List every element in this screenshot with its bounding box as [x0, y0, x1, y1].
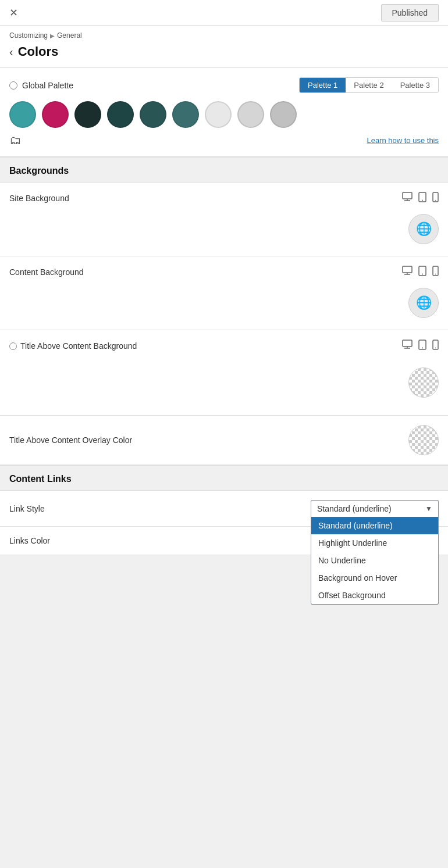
chevron-down-icon: ▼: [425, 505, 432, 513]
link-style-row: Link Style Standard (underline) ▼ Standa…: [0, 491, 448, 527]
palette-tab-2[interactable]: Palette 2: [346, 78, 392, 92]
back-button[interactable]: ‹: [9, 46, 13, 58]
breadcrumb-root: Customizing: [9, 31, 48, 40]
swatch-gray[interactable]: [270, 101, 297, 128]
swatch-dark3[interactable]: [140, 101, 166, 128]
svg-point-6: [435, 200, 436, 201]
mobile-icon-title[interactable]: [432, 340, 439, 352]
dropdown-header[interactable]: Standard (underline) ▼: [311, 500, 439, 517]
desktop-icon-title[interactable]: [402, 340, 413, 352]
global-palette-label: Global Palette: [9, 81, 73, 90]
svg-rect-0: [403, 192, 412, 199]
mobile-icon-content[interactable]: [432, 266, 439, 278]
swatch-magenta[interactable]: [42, 101, 69, 128]
close-icon[interactable]: ✕: [9, 6, 18, 19]
dropdown-selected-value: Standard (underline): [317, 504, 392, 513]
svg-rect-7: [403, 266, 412, 273]
dropdown-option-offsetbg[interactable]: Offset Background: [311, 587, 438, 604]
palette-tabs: Palette 1 Palette 2 Palette 3: [299, 77, 439, 93]
breadcrumb: Customizing ▶ General: [0, 31, 448, 42]
swatch-teal[interactable]: [9, 101, 36, 128]
title-above-bg-circle: [9, 342, 17, 350]
svg-rect-14: [403, 340, 412, 347]
links-color-label: Links Color: [9, 536, 50, 545]
content-background-picker: 🌐: [9, 285, 439, 320]
breadcrumb-section: General: [57, 31, 82, 40]
content-links-heading: Content Links: [0, 465, 448, 491]
breadcrumb-arrow: ▶: [50, 33, 55, 39]
globe-icon-site: 🌐: [416, 222, 432, 237]
svg-point-20: [435, 348, 436, 349]
header: Customizing ▶ General ‹ Colors: [0, 26, 448, 68]
svg-point-4: [422, 200, 423, 201]
palette-circle-icon: [9, 81, 17, 90]
content-background-color[interactable]: 🌐: [408, 288, 439, 318]
palette-tab-1[interactable]: Palette 1: [300, 78, 346, 92]
link-style-inner: Link Style Standard (underline) ▼ Standa…: [9, 500, 439, 517]
swatch-dark2[interactable]: [107, 101, 134, 128]
title-above-overlay-row: Title Above Content Overlay Color: [0, 416, 448, 465]
palette-tab-3[interactable]: Palette 3: [392, 78, 438, 92]
content-background-devices: [402, 266, 439, 278]
dropdown-option-bghover[interactable]: Background on Hover: [311, 569, 438, 587]
title-above-bg-devices: [402, 340, 439, 352]
swatch-darkteal[interactable]: [172, 101, 199, 128]
swatch-midgray[interactable]: [237, 101, 264, 128]
svg-point-13: [435, 274, 436, 275]
swatch-lightgray[interactable]: [205, 101, 232, 128]
header-inner: ‹ Colors: [0, 44, 448, 59]
dropdown-list: Standard (underline) Highlight Underline…: [311, 517, 439, 605]
published-button[interactable]: Published: [381, 4, 439, 22]
link-style-label: Link Style: [9, 504, 45, 513]
content-background-row: Content Background 🌐: [0, 256, 448, 330]
title-above-bg-picker: [9, 359, 439, 406]
site-background-color[interactable]: 🌐: [408, 214, 439, 244]
title-above-overlay-label: Title Above Content Overlay Color: [9, 435, 132, 445]
desktop-icon-content[interactable]: [402, 266, 413, 278]
site-background-label: Site Background: [9, 194, 69, 203]
site-background-row: Site Background 🌐: [0, 183, 448, 256]
backgrounds-heading: Backgrounds: [0, 157, 448, 183]
title-above-bg-row: Title Above Content Background: [0, 330, 448, 416]
palette-footer: 🗂 Learn how to use this: [9, 134, 439, 147]
svg-point-11: [422, 274, 423, 275]
dropdown-option-nounderline[interactable]: No Underline: [311, 552, 438, 569]
color-swatches: [9, 101, 439, 128]
swatch-dark1[interactable]: [74, 101, 101, 128]
top-bar: ✕ Published: [0, 0, 448, 26]
title-above-bg-color[interactable]: [408, 367, 439, 398]
globe-icon-content: 🌐: [416, 295, 432, 310]
link-style-dropdown[interactable]: Standard (underline) ▼ Standard (underli…: [311, 500, 439, 517]
global-palette-text: Global Palette: [22, 81, 73, 90]
content-background-header: Content Background: [9, 266, 439, 278]
title-above-overlay-color[interactable]: [408, 425, 439, 455]
tablet-icon-site[interactable]: [418, 192, 426, 205]
learn-link[interactable]: Learn how to use this: [367, 136, 439, 145]
mobile-icon-site[interactable]: [432, 192, 439, 205]
title-above-bg-label: Title Above Content Background: [9, 341, 137, 351]
site-background-devices: [402, 192, 439, 205]
dropdown-option-highlight[interactable]: Highlight Underline: [311, 534, 438, 552]
global-palette-section: Global Palette Palette 1 Palette 2 Palet…: [0, 68, 448, 157]
site-background-picker: 🌐: [9, 212, 439, 247]
svg-point-18: [422, 348, 423, 349]
folder-icon[interactable]: 🗂: [9, 134, 21, 147]
site-background-header: Site Background: [9, 192, 439, 205]
tablet-icon-content[interactable]: [418, 266, 426, 278]
title-above-bg-header: Title Above Content Background: [9, 340, 439, 352]
global-palette-row: Global Palette Palette 1 Palette 2 Palet…: [9, 77, 439, 93]
dropdown-option-standard[interactable]: Standard (underline): [311, 517, 438, 534]
desktop-icon-site[interactable]: [402, 192, 413, 205]
content-background-label: Content Background: [9, 267, 84, 277]
page-title: Colors: [18, 44, 59, 59]
tablet-icon-title[interactable]: [418, 340, 426, 352]
